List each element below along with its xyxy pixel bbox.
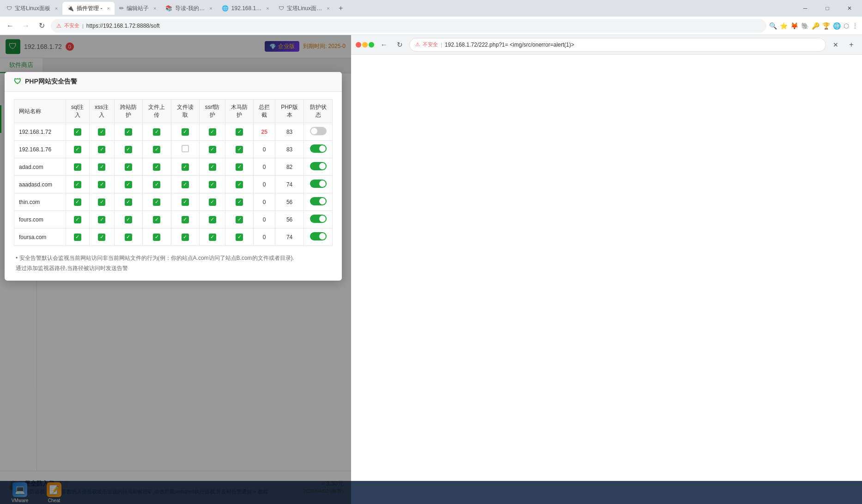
cell-read: ✓ <box>171 123 200 141</box>
cell-upload: ✓ <box>143 211 171 228</box>
check-icon: ✓ <box>125 198 132 206</box>
url-input-box[interactable]: ⚠ 不安全 | https://192.168.1.72:8888/soft <box>51 19 766 33</box>
protect-toggle[interactable] <box>310 215 327 223</box>
check-icon: ✓ <box>125 234 132 241</box>
tab-baota1[interactable]: 🛡 宝塔Linux面板 × <box>2 2 62 15</box>
check-icon: ✓ <box>74 181 81 188</box>
cell-total: 0 <box>254 141 275 158</box>
cell-sql: ✓ <box>66 193 89 211</box>
check-icon: ✓ <box>182 216 189 223</box>
app-body: 🏠 首页 🖥 网站管理 🗂 木马隔离箱 📋 白名单 <box>0 73 351 471</box>
check-icon: ✓ <box>74 128 81 136</box>
check-icon: ✓ <box>98 163 105 171</box>
check-icon: ✓ <box>125 163 132 171</box>
protect-toggle[interactable] <box>310 180 327 188</box>
cell-trojan: ✓ <box>225 193 254 211</box>
cell-upload: ✓ <box>143 141 171 158</box>
check-icon: ✓ <box>98 128 105 136</box>
table-row: thin.com ✓ ✓ ✓ ✓ ✓ ✓ ✓ 0 56 <box>37 193 333 211</box>
cell-csrf: ✓ <box>114 158 143 176</box>
cell-name: aaadasd.com <box>37 176 66 193</box>
extension2-icon: 🐘 <box>801 22 809 30</box>
cell-ssrf: ✓ <box>200 228 225 246</box>
tab-baota2[interactable]: 🛡 宝塔Linux面… × <box>274 2 334 15</box>
protect-toggle[interactable] <box>310 162 327 170</box>
empty-check <box>182 145 189 152</box>
check-icon: ✓ <box>153 216 160 223</box>
url-text: https://192.168.1.72:8888/soft <box>86 23 761 29</box>
right-reload-button[interactable]: ↻ <box>394 39 406 51</box>
cell-read: ✓ <box>171 193 200 211</box>
right-max-dot[interactable] <box>369 42 374 48</box>
cell-php: 83 <box>275 123 304 141</box>
cell-sql: ✓ <box>66 211 89 228</box>
cell-ssrf: ✓ <box>200 158 225 176</box>
cell-protect[interactable] <box>304 123 333 141</box>
security-table: 网站名称 sql注入 xss注入 跨站防护 文件上传 文件读取 ssrf防护 木… <box>37 99 333 246</box>
right-close-dot[interactable] <box>356 42 361 48</box>
tab-close-btn[interactable]: × <box>153 6 156 11</box>
right-window-controls <box>356 42 374 48</box>
minimize-button[interactable]: ─ <box>795 0 816 17</box>
right-tab-close-button[interactable]: ✕ <box>830 39 842 51</box>
right-url-text: 192.168.1.72/222.php?1= <img/src/onerror… <box>445 42 574 48</box>
tab-close-btn[interactable]: × <box>266 6 269 11</box>
tab-close-btn[interactable]: × <box>55 6 58 11</box>
modal-body: 网站名称 sql注入 xss注入 跨站防护 文件上传 文件读取 ssrf防护 木… <box>37 92 342 281</box>
cell-csrf: ✓ <box>114 228 143 246</box>
cell-php: 56 <box>275 193 304 211</box>
col-header-upload: 文件上传 <box>143 100 171 123</box>
tab-guide[interactable]: 📚 导读-我的… × <box>161 2 217 15</box>
forward-button[interactable]: → <box>19 19 32 32</box>
protect-toggle[interactable] <box>310 197 327 205</box>
check-icon: ✓ <box>209 163 216 171</box>
cell-upload: ✓ <box>143 176 171 193</box>
protect-toggle[interactable] <box>310 232 327 240</box>
cell-total: 0 <box>254 158 275 176</box>
back-button[interactable]: ← <box>4 19 17 32</box>
extension3-icon: 🔑 <box>812 22 820 30</box>
cell-xss: ✓ <box>89 228 114 246</box>
cell-name: thin.com <box>37 193 66 211</box>
right-new-tab-button[interactable]: + <box>845 39 857 51</box>
right-back-button[interactable]: ← <box>378 39 390 51</box>
cell-trojan: ✓ <box>225 211 254 228</box>
security-label: 不安全 <box>64 22 79 29</box>
security-icon: ⚠ <box>56 23 61 29</box>
protect-toggle[interactable] <box>310 127 327 135</box>
tab-label: 宝塔Linux面… <box>287 5 322 12</box>
extension5-icon: 🌐 <box>833 22 841 30</box>
tab-edit[interactable]: ✏ 编辑站子 × <box>115 2 161 15</box>
check-icon: ✓ <box>236 216 243 223</box>
tab-favicon: 🛡 <box>6 5 12 12</box>
extension4-icon: 🏆 <box>822 22 830 30</box>
tab-plugin[interactable]: 🔌 插件管理 - × <box>62 2 115 15</box>
tab-ip1[interactable]: 🌐 192.168.1… × <box>217 2 274 15</box>
cell-trojan: ✓ <box>225 141 254 158</box>
check-icon: ✓ <box>153 181 160 188</box>
tab-close-btn[interactable]: × <box>327 6 329 11</box>
reload-button[interactable]: ↻ <box>35 19 48 32</box>
cell-xss: ✓ <box>89 193 114 211</box>
maximize-button[interactable]: □ <box>817 0 838 17</box>
cell-sql: ✓ <box>66 176 89 193</box>
tab-close-btn[interactable]: × <box>209 6 212 11</box>
cell-protect[interactable] <box>304 141 333 158</box>
note-line2: 通过添加监视器路径,当路径被访问时发送告警 <box>37 264 331 274</box>
close-window-button[interactable]: ✕ <box>839 0 860 17</box>
cell-upload: ✓ <box>143 123 171 141</box>
right-url-box[interactable]: ⚠ 不安全 | 192.168.1.72/222.php?1= <img/src… <box>409 38 826 52</box>
content-area: 🛡 PHP网站安全告警 网站名称 sql注入 xss注入 <box>37 73 351 471</box>
right-min-dot[interactable] <box>362 42 368 48</box>
cell-protect[interactable] <box>304 176 333 193</box>
cell-php: 82 <box>275 158 304 176</box>
menu-icon[interactable]: ⋮ <box>852 22 858 30</box>
cell-protect[interactable] <box>304 211 333 228</box>
check-icon: ✓ <box>182 181 189 188</box>
cell-protect[interactable] <box>304 228 333 246</box>
cell-protect[interactable] <box>304 158 333 176</box>
tab-close-btn[interactable]: × <box>107 6 109 11</box>
cell-protect[interactable] <box>304 193 333 211</box>
new-tab-button[interactable]: + <box>334 2 347 15</box>
protect-toggle[interactable] <box>310 144 327 153</box>
